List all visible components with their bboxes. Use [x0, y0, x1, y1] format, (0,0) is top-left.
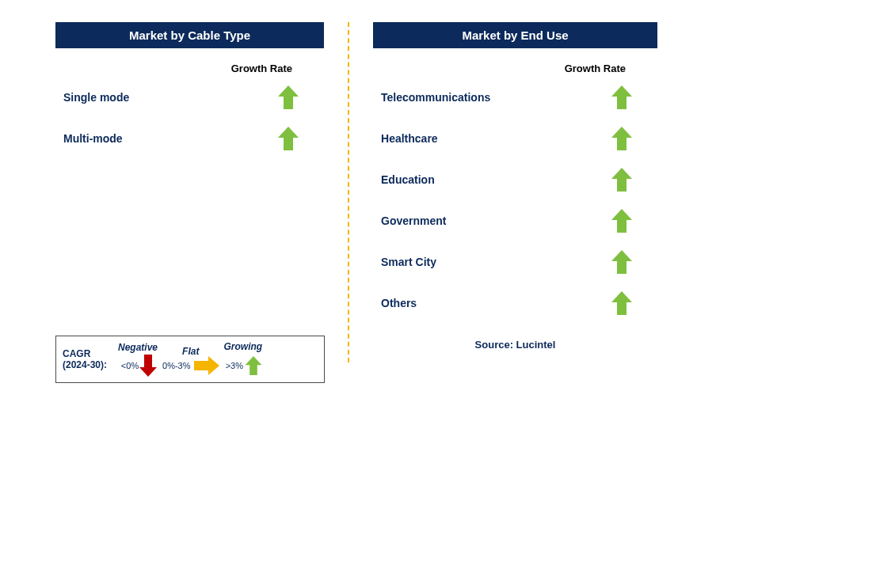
- legend-flat: Flat 0%-3%: [162, 346, 219, 373]
- vertical-divider: [348, 22, 349, 362]
- col-end-use: Market by End Use Growth Rate Telecommun…: [373, 22, 657, 362]
- item-label: Others: [381, 297, 586, 309]
- row-cable-type: Multi-mode: [55, 127, 324, 150]
- legend-growing: Growing >3%: [224, 341, 263, 377]
- arrow-up-icon: [615, 291, 629, 315]
- col-cable-type: Market by Cable Type Growth Rate Single …: [55, 22, 324, 362]
- arrow-up-icon: [281, 85, 295, 109]
- trend-cell: [253, 127, 324, 150]
- trend-cell: [586, 168, 657, 192]
- legend-period-label: CAGR: [63, 348, 90, 359]
- source-label: Source: Lucintel: [373, 339, 657, 351]
- item-label: Single mode: [63, 91, 253, 104]
- cagr-legend: CAGR (2024-30): Negative <0% Flat 0%-3% …: [55, 336, 325, 383]
- row-cable-type: Single mode: [55, 85, 324, 109]
- row-end-use: Healthcare: [373, 127, 657, 150]
- legend-negative: Negative <0%: [118, 342, 158, 377]
- row-end-use: Telecommunications: [373, 85, 657, 109]
- growth-header-right: Growth Rate: [373, 63, 657, 74]
- arrow-up-icon: [615, 127, 629, 150]
- arrow-up-icon: [615, 209, 629, 233]
- arrow-right-icon: [194, 358, 219, 373]
- arrow-up-icon: [615, 85, 629, 109]
- legend-period-range: (2024-30):: [63, 359, 107, 370]
- legend-flat-tag: Flat: [182, 346, 199, 357]
- arrow-down-icon: [142, 355, 154, 377]
- item-label: Education: [381, 173, 586, 186]
- legend-negative-tag: Negative: [118, 342, 158, 353]
- arrow-up-icon: [615, 168, 629, 192]
- item-label: Telecommunications: [381, 91, 586, 104]
- trend-cell: [253, 85, 324, 109]
- item-label: Multi-mode: [63, 132, 253, 145]
- legend-flat-range: 0%-3%: [162, 361, 190, 370]
- legend-period: CAGR (2024-30):: [63, 348, 113, 371]
- diagram-wrap: Market by Cable Type Growth Rate Single …: [55, 22, 657, 362]
- legend-growing-tag: Growing: [224, 341, 263, 352]
- growth-header-left: Growth Rate: [55, 63, 324, 74]
- item-label: Smart City: [381, 256, 586, 268]
- trend-cell: [586, 85, 657, 109]
- trend-cell: [586, 250, 657, 274]
- trend-cell: [586, 291, 657, 315]
- arrow-up-icon: [615, 250, 629, 274]
- item-label: Healthcare: [381, 132, 586, 145]
- banner-cable-type: Market by Cable Type: [55, 22, 324, 48]
- arrow-up-icon: [281, 127, 295, 150]
- item-label: Government: [381, 214, 586, 227]
- row-end-use: Smart City: [373, 250, 657, 274]
- trend-cell: [586, 209, 657, 233]
- row-end-use: Others: [373, 291, 657, 315]
- row-end-use: Education: [373, 168, 657, 192]
- trend-cell: [586, 127, 657, 150]
- row-end-use: Government: [373, 209, 657, 233]
- legend-negative-range: <0%: [121, 361, 139, 370]
- legend-growing-range: >3%: [226, 361, 243, 370]
- banner-end-use: Market by End Use: [373, 22, 657, 48]
- arrow-up-icon: [248, 356, 259, 375]
